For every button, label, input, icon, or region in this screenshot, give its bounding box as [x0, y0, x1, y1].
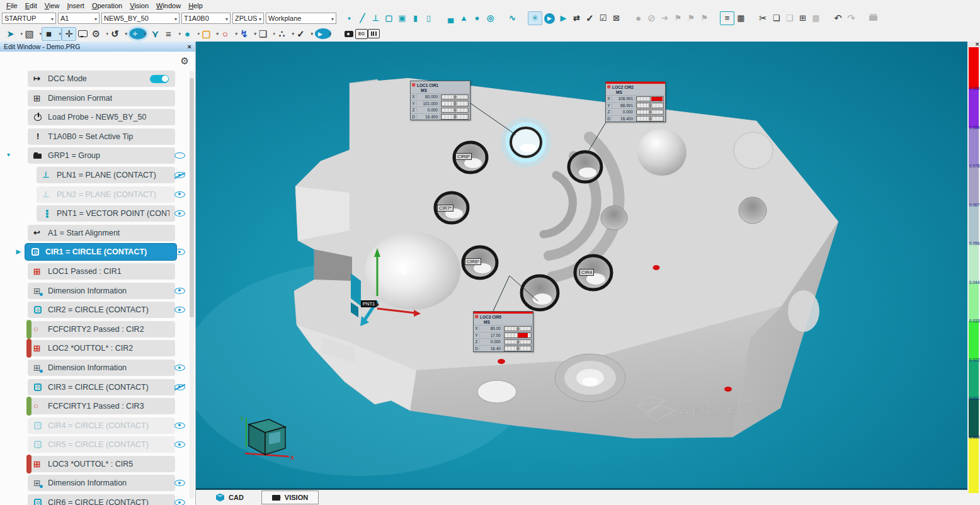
visibility-eye-icon[interactable] — [174, 307, 185, 313]
cone-feature-icon[interactable]: ▲ — [457, 12, 470, 25]
edit-item[interactable]: PNT1 = VECTOR POINT (CONTAC — [0, 205, 195, 222]
menu-item[interactable]: View — [41, 1, 64, 10]
menu-item[interactable]: Operation — [88, 1, 126, 10]
menu-item[interactable]: Edit — [21, 1, 41, 10]
report-window-icon[interactable]: ≡ — [720, 11, 734, 25]
edit-item-pill[interactable]: FCFCIRTY2 Passed : CIR2 — [28, 321, 175, 338]
execute-mini-icon[interactable]: ▶ — [315, 28, 331, 39]
print-icon[interactable] — [867, 12, 880, 25]
hole[interactable] — [477, 380, 516, 403]
edit-item-pill[interactable]: Dimension Format — [28, 90, 175, 106]
edit-item[interactable]: FCFCIRTY1 Passed : CIR3 — [0, 398, 195, 414]
square-slot-feature-icon[interactable]: ▮ — [409, 12, 422, 25]
visibility-eye-icon[interactable] — [174, 288, 185, 294]
edit-item-pill[interactable]: Load Probe - NEW5_BY_50 — [28, 109, 175, 125]
edit-item-pill[interactable]: CIR4 = CIRCLE (CONTACT) — [28, 417, 175, 434]
undo-icon[interactable]: ↶ — [831, 12, 845, 25]
plane-feature-icon[interactable]: ⊥ — [369, 12, 382, 25]
toolbar-dropdown[interactable]: STARTUP — [2, 13, 56, 24]
mark-used-icon[interactable]: ✓ — [294, 28, 313, 40]
visibility-eye-icon[interactable] — [174, 441, 185, 448]
wireframe-view-icon[interactable]: ▧ — [23, 28, 42, 40]
edit-item[interactable]: PLN1 = PLANE (CONTACT) — [0, 167, 195, 183]
execute-from-cursor-icon[interactable]: ▶ — [557, 12, 570, 25]
paste-special-icon[interactable]: ⊞ — [796, 12, 809, 25]
visibility-eye-icon[interactable] — [174, 423, 185, 429]
edit-item-pill[interactable]: PLN2 = PLANE (CONTACT) — [37, 186, 175, 203]
edit-item-pill[interactable]: LOC1 Passed : CIR1 — [28, 263, 175, 280]
visibility-eye-icon[interactable] — [174, 191, 185, 198]
toolbar-dropdown[interactable]: NEW5_BY_50 — [101, 13, 179, 24]
square-gage-icon[interactable]: ▢ — [200, 28, 219, 40]
edit-item-pill[interactable]: Dimension Information — [28, 360, 175, 376]
copy-icon[interactable]: ❏ — [770, 12, 783, 25]
edit-item[interactable]: A1 = Start Alignment — [0, 225, 195, 241]
feature-tag[interactable]: CIR6* — [465, 258, 481, 265]
auto-feature-icon[interactable]: ✳ — [528, 11, 542, 25]
break-icon[interactable]: ⊘ — [645, 12, 658, 25]
continue-icon[interactable]: ➔ — [658, 12, 671, 25]
menu-item[interactable]: Vision — [126, 1, 152, 10]
tab-vision[interactable]: VISION — [261, 491, 319, 504]
summary-grid-icon[interactable]: ▦ — [734, 12, 748, 25]
bookmark-clear-icon[interactable]: ⚑ — [698, 12, 711, 25]
visibility-eye-icon[interactable] — [174, 480, 185, 486]
cylinder-feature-icon[interactable]: ▄ — [444, 12, 457, 25]
execute-program-icon[interactable]: ▶ — [544, 13, 555, 24]
circle-gage-icon[interactable]: ○ — [219, 28, 237, 40]
probe-path-icon[interactable]: ⋎ — [149, 28, 162, 40]
pattern-grid-icon[interactable]: ▦ — [809, 12, 823, 25]
round-slot-feature-icon[interactable]: ▣ — [396, 12, 409, 25]
mark-done-icon[interactable]: ✓ — [583, 12, 596, 25]
edit-item-pill[interactable]: T1A0B0 = Set Active Tip — [28, 128, 175, 145]
redo-icon[interactable]: ↷ — [845, 12, 858, 25]
scrollbar-thumb[interactable] — [190, 78, 194, 317]
visibility-eye-icon[interactable] — [174, 365, 185, 371]
feature-tag[interactable]: PNT1 — [361, 300, 377, 307]
duplicate-pages-icon[interactable]: ❏ — [256, 28, 275, 40]
sphere-feature-icon[interactable]: ● — [470, 12, 484, 25]
toolbar-dropdown[interactable]: T1A0B0 — [181, 13, 231, 24]
toolbar-dropdown[interactable]: ZPLUS — [232, 13, 264, 24]
measurement-table-loc2[interactable]: LOC2 CIR2 MS X 108.991 Y 88.991 Z 0.00 — [605, 81, 666, 122]
line-feature-icon[interactable]: ╱ — [356, 12, 369, 25]
edit-item[interactable]: LOC2 *OUTTOL* : CIR2 — [0, 340, 195, 356]
visibility-eye-icon[interactable] — [174, 384, 185, 390]
torus-feature-icon[interactable]: ◎ — [484, 12, 497, 25]
camera-icon[interactable] — [342, 28, 355, 40]
stop-icon[interactable]: ● — [632, 12, 645, 25]
edit-item[interactable]: Load Probe - NEW5_BY_50 — [0, 109, 195, 125]
point-feature-icon[interactable]: ● — [343, 12, 356, 25]
sphere-feature[interactable] — [637, 129, 687, 176]
counterbore-feature[interactable] — [555, 354, 625, 402]
feature-list-icon[interactable]: ≡ — [162, 28, 181, 40]
edit-item-pill[interactable]: CIR5 = CIRCLE (CONTACT) — [28, 436, 175, 453]
edit-item-pill[interactable]: Dimension Information — [28, 283, 175, 299]
gage-chart-icon[interactable] — [368, 29, 380, 38]
edit-item[interactable]: CIR1 = CIRCLE (CONTACT) — [0, 244, 195, 260]
edit-item[interactable]: LOC3 *OUTTOL* : CIR5 — [0, 456, 195, 472]
gear-icon[interactable]: ⚙ — [181, 55, 189, 67]
edit-item[interactable]: PLN2 = PLANE (CONTACT) — [0, 186, 195, 203]
edit-item-pill[interactable]: FCFCIRTY1 Passed : CIR3 — [28, 398, 175, 414]
visibility-eye-icon[interactable] — [150, 75, 169, 83]
cone-feature[interactable] — [365, 232, 460, 310]
edit-item-pill[interactable]: LOC2 *OUTTOL* : CIR2 — [28, 340, 175, 356]
edit-item[interactable]: FCFCIRTY2 Passed : CIR2 — [0, 321, 195, 338]
toolbar-dropdown[interactable]: A1 — [58, 13, 100, 24]
edit-item[interactable]: CIR4 = CIRCLE (CONTACT) — [0, 417, 195, 434]
sphere-tool-icon[interactable]: ● — [181, 28, 200, 40]
edit-item-pill[interactable]: Dimension Information — [28, 475, 175, 491]
feature-tag[interactable]: CIR8* — [455, 153, 472, 160]
edit-item[interactable]: GRP1 = Group — [0, 147, 195, 164]
cad-viewport[interactable]: Y X HEXAGON CIR8* CIR7* CIR6* CIR4 PNT1 … — [196, 42, 967, 488]
edit-item[interactable]: T1A0B0 = Set Active Tip — [0, 128, 195, 145]
pan-view-icon[interactable]: ✛ — [62, 27, 76, 41]
menu-item[interactable]: File — [3, 1, 21, 10]
menu-item[interactable]: Help — [185, 1, 207, 10]
edit-item[interactable]: CIR5 = CIRCLE (CONTACT) — [0, 436, 195, 453]
measurement-table-loc3[interactable]: LOC3 CIR5 MS X 80.00 Y 17.00 Z 0.000 — [473, 311, 533, 352]
edit-window-header[interactable]: Edit Window - Demo.PRG × — [0, 42, 195, 52]
edit-item-pill[interactable]: LOC3 *OUTTOL* : CIR5 — [28, 456, 175, 472]
highlighted-circle-cir1[interactable] — [504, 120, 548, 164]
